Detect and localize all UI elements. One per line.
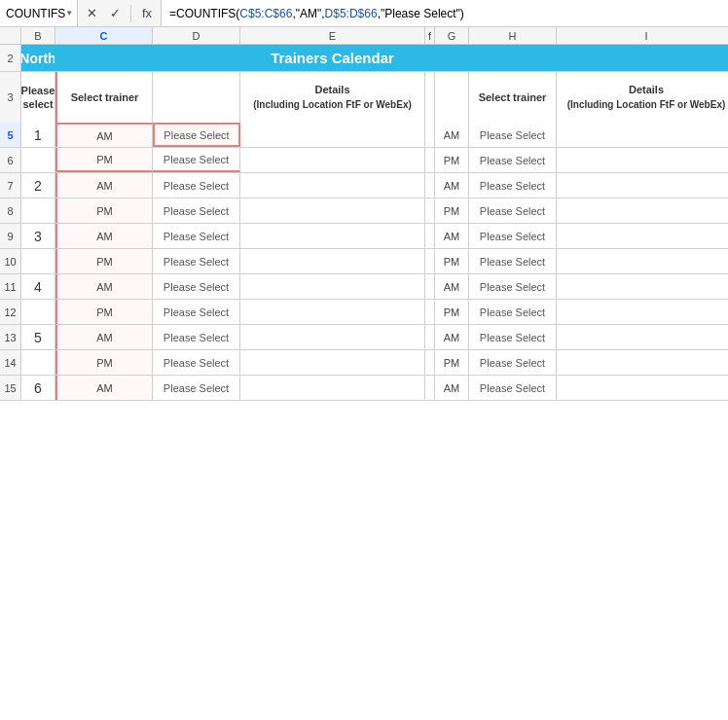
cell-i14[interactable]	[557, 350, 728, 375]
cell-e14[interactable]	[240, 350, 425, 375]
cell-h5[interactable]: Please Select	[469, 123, 557, 147]
cell-f5	[425, 123, 435, 147]
name-box-dropdown[interactable]: ▼	[65, 9, 73, 18]
cell-c9[interactable]: AM	[55, 224, 153, 248]
cell-d14[interactable]: Please Select	[153, 350, 240, 375]
cell-d5[interactable]: Please Select	[153, 123, 240, 147]
cell-c8[interactable]: PM	[55, 198, 153, 223]
cell-c11[interactable]: AM	[55, 274, 153, 299]
cell-h10[interactable]: Please Select	[469, 249, 557, 273]
cell-h7[interactable]: Please Select	[469, 173, 557, 198]
cell-c7[interactable]: AM	[55, 173, 153, 198]
cell-g10: PM	[435, 249, 469, 273]
cell-e7[interactable]	[240, 173, 425, 198]
cell-e11[interactable]	[240, 274, 425, 299]
col-header-h[interactable]: H	[469, 27, 557, 44]
cell-c10[interactable]: PM	[55, 249, 153, 273]
cell-h11[interactable]: Please Select	[469, 274, 557, 299]
formula-input[interactable]: =COUNTIFS(C$5:C$66,"AM",D$5:D$66,"Please…	[162, 0, 728, 26]
cell-d9[interactable]: Please Select	[153, 224, 240, 248]
cell-e12[interactable]	[240, 300, 425, 324]
please-select-label: Please	[21, 84, 55, 97]
cell-i12[interactable]	[557, 300, 728, 324]
cell-c13[interactable]: AM	[55, 325, 153, 349]
confirm-icon[interactable]: ✓	[105, 4, 125, 23]
cell-c15[interactable]: AM	[55, 376, 153, 400]
cell-g3[interactable]	[435, 72, 469, 123]
col-header-d[interactable]: D	[153, 27, 240, 44]
cell-d2[interactable]	[153, 45, 240, 71]
cell-i10[interactable]	[557, 249, 728, 273]
cell-d3[interactable]	[153, 72, 240, 123]
cell-e9[interactable]	[240, 224, 425, 248]
grid-row-13: 13 5 AM Please Select AM Please Select	[0, 325, 728, 350]
cell-i2[interactable]	[557, 45, 728, 71]
cell-d11[interactable]: Please Select	[153, 274, 240, 299]
col-header-c[interactable]: C	[55, 27, 153, 44]
col-header-g[interactable]: G	[435, 27, 469, 44]
please-select-h14: Please Select	[480, 357, 545, 369]
col-header-i[interactable]: I	[557, 27, 728, 44]
cell-i7[interactable]	[557, 173, 728, 198]
please-select-h13: Please Select	[480, 332, 545, 343]
cell-i15[interactable]	[557, 376, 728, 400]
cell-h13[interactable]: Please Select	[469, 325, 557, 349]
cell-d13[interactable]: Please Select	[153, 325, 240, 349]
cell-i13[interactable]	[557, 325, 728, 349]
cell-c2[interactable]	[55, 45, 153, 71]
cell-f10	[425, 249, 435, 273]
col-header-e[interactable]: E	[240, 27, 425, 44]
cell-h14[interactable]: Please Select	[469, 350, 557, 375]
cell-d12[interactable]: Please Select	[153, 300, 240, 324]
cell-d15[interactable]: Please Select	[153, 376, 240, 400]
cell-d8[interactable]: Please Select	[153, 198, 240, 223]
col-header-b[interactable]: B	[21, 27, 55, 44]
cell-b6	[21, 148, 55, 172]
cell-c14[interactable]: PM	[55, 350, 153, 375]
cancel-icon[interactable]: ✕	[82, 4, 101, 23]
cell-h2[interactable]	[469, 45, 557, 71]
cell-h12[interactable]: Please Select	[469, 300, 557, 324]
please-select-d6: Please Select	[164, 154, 229, 165]
row-num-10: 10	[0, 249, 21, 273]
cell-i3[interactable]: Details (Including Location FtF or WebEx…	[557, 72, 728, 123]
cell-d10[interactable]: Please Select	[153, 249, 240, 273]
cell-e10[interactable]	[240, 249, 425, 273]
cell-d7[interactable]: Please Select	[153, 173, 240, 198]
cell-e3[interactable]: Details (Including Location FtF or WebEx…	[240, 72, 425, 123]
name-box[interactable]: COUNTIFS ▼	[0, 0, 78, 26]
cell-d6[interactable]: Please Select	[153, 148, 240, 172]
grid-row-14: 14 PM Please Select PM Please Select	[0, 350, 728, 376]
fx-icon[interactable]: fx	[137, 4, 157, 23]
col-header-f[interactable]: f	[425, 27, 435, 44]
cell-c5[interactable]: AM	[55, 123, 153, 147]
cell-h6[interactable]: Please Select	[469, 148, 557, 172]
cell-i9[interactable]	[557, 224, 728, 248]
cell-c3[interactable]: Select trainer	[55, 72, 153, 123]
cell-h9[interactable]: Please Select	[469, 224, 557, 248]
cell-e6[interactable]	[240, 148, 425, 172]
cell-c6[interactable]: PM	[55, 148, 153, 172]
cell-b2[interactable]: North	[21, 45, 55, 71]
please-select-d7: Please Select	[164, 180, 229, 192]
cell-e5[interactable]	[240, 123, 425, 147]
cell-i8[interactable]	[557, 198, 728, 223]
cell-e2[interactable]: Trainers Calendar	[240, 45, 425, 71]
cell-h3[interactable]: Select trainer	[469, 72, 557, 123]
cell-e13[interactable]	[240, 325, 425, 349]
cell-i11[interactable]	[557, 274, 728, 299]
cell-e8[interactable]	[240, 198, 425, 223]
grid-row-10: 10 PM Please Select PM Please Select	[0, 249, 728, 274]
spreadsheet-grid: 2 North Trainers Calendar 3 Please selec…	[0, 45, 728, 401]
column-headers: B C D E f G H I	[0, 27, 728, 45]
cell-i5[interactable]	[557, 123, 728, 147]
grid-row-9: 9 3 AM Please Select AM Please Select	[0, 224, 728, 249]
cell-e15[interactable]	[240, 376, 425, 400]
cell-i6[interactable]	[557, 148, 728, 172]
cell-c12[interactable]: PM	[55, 300, 153, 324]
cell-h8[interactable]: Please Select	[469, 198, 557, 223]
cell-g2[interactable]	[435, 45, 469, 71]
grid-row-5: 5 1 AM Please Select AM Please Select	[0, 123, 728, 148]
cell-h15[interactable]: Please Select	[469, 376, 557, 400]
cell-b3[interactable]: Please select	[21, 72, 55, 123]
